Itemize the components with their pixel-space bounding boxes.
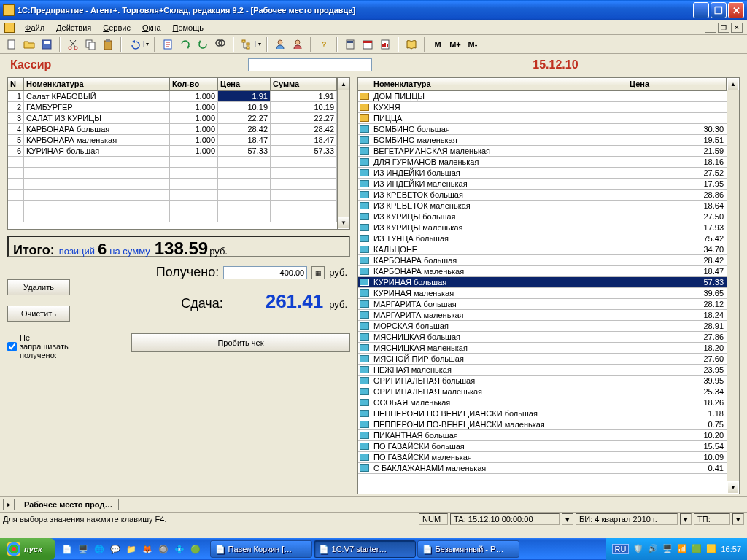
catalog-row[interactable]: ОРИГИНАЛЬНАЯ большая39.95 <box>358 376 727 386</box>
cart-row[interactable]: 6КУРИНАЯ большая1.00057.3357.33 <box>8 146 337 157</box>
menu-windows[interactable]: Окна <box>138 23 166 33</box>
tree-dropdown[interactable]: ▾ <box>255 41 263 47</box>
cut-icon[interactable] <box>65 36 81 52</box>
catalog-row[interactable]: ИЗ КРЕВЕТОК большая28.86 <box>358 190 727 201</box>
tray-icon[interactable]: 📶 <box>677 544 687 554</box>
catalog-row[interactable]: ИЗ ИНДЕЙКИ большая27.52 <box>358 168 727 179</box>
catalog-row[interactable]: МАРГАРИТА маленькая18.24 <box>358 310 727 321</box>
lang-indicator[interactable]: RU <box>612 544 630 554</box>
catalog-row[interactable]: ДОМ ПИЦЦЫ <box>358 91 727 102</box>
catalog-row[interactable]: НЕЖНАЯ маленькая23.95 <box>358 365 727 376</box>
cat-scroll-up-icon[interactable]: ▲ <box>727 78 739 90</box>
catalog-row[interactable]: ОРИГИНАЛЬНАЯ маленькая25.34 <box>358 386 727 397</box>
tray-icon[interactable]: 🟨 <box>706 544 716 554</box>
clock[interactable]: 16:57 <box>721 545 741 553</box>
ql-icon[interactable]: 📄 <box>60 541 74 557</box>
cart-row[interactable]: 5КАРБОНАРА маленькая1.00018.4718.47 <box>8 135 337 146</box>
delete-button[interactable]: Удалить <box>7 279 70 295</box>
book-icon[interactable] <box>403 36 419 52</box>
catalog-row[interactable]: МЯСНИЦКАЯ большая27.86 <box>358 332 727 343</box>
ql-icon[interactable]: 🦊 <box>140 541 155 557</box>
col-qty[interactable]: Кол-во <box>170 78 218 90</box>
catalog-row[interactable]: КУРИНАЯ большая57.33 <box>358 277 727 288</box>
catalog-row[interactable]: ИЗ КУРИЦЫ маленькая17.93 <box>358 222 727 233</box>
received-input[interactable] <box>223 266 307 279</box>
catalog-row[interactable]: КУХНЯ <box>358 102 727 113</box>
find-icon[interactable] <box>212 36 228 52</box>
catalog-row[interactable]: С БАКЛАЖАНАМИ маленькая0.41 <box>358 463 727 474</box>
calc-icon[interactable] <box>342 36 358 52</box>
menu-actions[interactable]: Действия <box>52 23 96 33</box>
status-ta-btn[interactable]: ▾ <box>562 513 573 525</box>
person1-icon[interactable] <box>272 36 288 52</box>
menu-file[interactable]: Файл <box>20 23 49 33</box>
scroll-down-icon[interactable]: ▼ <box>338 217 349 229</box>
catalog-row[interactable]: КАРБОНАРА большая28.42 <box>358 255 727 266</box>
catalog-row[interactable]: ИЗ ТУНЦА большая75.42 <box>358 233 727 244</box>
col-price[interactable]: Цена <box>218 78 271 90</box>
menu-service[interactable]: Сервис <box>98 23 135 33</box>
taskbar-task[interactable]: 📄Безымянный - P… <box>417 540 519 558</box>
clear-button[interactable]: Очистить <box>7 306 70 322</box>
catalog-row[interactable]: ИЗ КУРИЦЫ большая27.50 <box>358 211 727 222</box>
ql-icon[interactable]: 🟢 <box>188 541 203 557</box>
taskbar-task[interactable]: 📄Павел Коркин [… <box>210 540 312 558</box>
minimize-button[interactable]: _ <box>693 2 709 18</box>
catalog-scrollbar[interactable]: ▲ ▼ <box>727 78 739 494</box>
catalog-row[interactable]: МОРСКАЯ большая28.91 <box>358 321 727 332</box>
scroll-up-icon[interactable]: ▲ <box>338 78 349 90</box>
status-bi-btn[interactable]: ▾ <box>680 513 692 525</box>
calendar-icon[interactable] <box>360 36 376 52</box>
status-tp-btn[interactable]: ▾ <box>732 513 744 525</box>
report-icon[interactable] <box>377 36 393 52</box>
catalog-row[interactable]: МЯСНИЦКАЯ маленькая18.20 <box>358 343 727 354</box>
cart-scrollbar[interactable]: ▲ ▼ <box>337 78 349 229</box>
catalog-row[interactable]: БОМБИНО большая30.30 <box>358 124 727 135</box>
catalog-row[interactable]: МЯСНОЙ ПИР большая27.60 <box>358 354 727 365</box>
catalog-row[interactable]: ПО ГАВАЙСКИ маленькая10.09 <box>358 452 727 463</box>
catalog-row[interactable]: КАРБОНАРА маленькая18.47 <box>358 266 727 277</box>
calculator-icon[interactable]: ▦ <box>311 266 325 279</box>
mdi-minimize-button[interactable]: _ <box>705 23 716 33</box>
open-icon[interactable] <box>21 36 37 52</box>
catalog-row[interactable]: КУРИНАЯ маленькая39.65 <box>358 288 727 299</box>
copy-icon[interactable] <box>82 36 98 52</box>
catalog-row[interactable]: ОСОБАЯ маленькая18.26 <box>358 397 727 408</box>
catalog-row[interactable]: КАЛЬЦОНЕ34.70 <box>358 244 727 255</box>
mem-mplus[interactable]: M+ <box>447 36 463 52</box>
catalog-row[interactable]: ПИКАНТНАЯ большая10.20 <box>358 430 727 441</box>
ql-icon[interactable]: 🔘 <box>156 541 171 557</box>
tray-icon[interactable]: 🖥️ <box>662 544 673 554</box>
start-button[interactable]: пуск <box>0 538 55 560</box>
ql-icon[interactable]: 📁 <box>124 541 139 557</box>
cat-scroll-down-icon[interactable]: ▼ <box>727 481 739 494</box>
catalog-row[interactable]: ПЕППЕРОНИ ПО ВЕНИЦИАНСКИ большая1.18 <box>358 408 727 419</box>
catalog-grid[interactable]: Номенклатура Цена ДОМ ПИЦЦЫКУХНЯПИЦЦАБОМ… <box>357 77 740 494</box>
catalog-row[interactable]: ПИЦЦА <box>358 113 727 124</box>
new-icon[interactable] <box>4 36 20 52</box>
receipt-button[interactable]: Пробить чек <box>131 333 350 352</box>
catalog-row[interactable]: ПЕППЕРОНИ ПО-ВЕНЕЦИАНСКИ маленькая0.75 <box>358 419 727 430</box>
ql-icon[interactable]: 🖥️ <box>76 541 90 557</box>
col-n[interactable]: N <box>8 78 24 90</box>
catalog-row[interactable]: ВЕГЕТАРИАНСКАЯ маленькая21.59 <box>358 146 727 157</box>
undo-dropdown[interactable]: ▾ <box>143 41 150 47</box>
refresh2-icon[interactable] <box>195 36 211 52</box>
maximize-button[interactable]: ❐ <box>711 2 727 18</box>
undo-icon[interactable] <box>126 36 142 52</box>
paste-icon[interactable] <box>100 36 116 52</box>
cart-row[interactable]: 3САЛАТ ИЗ КУРИЦЫ1.00022.2722.27 <box>8 113 337 124</box>
ask-checkbox[interactable]: Не запрашивать получено: <box>7 333 78 359</box>
tab-list-button[interactable]: ▸ <box>3 499 15 510</box>
tab-workplace[interactable]: Рабочее место прод… <box>18 499 119 510</box>
ql-icon[interactable]: 💬 <box>108 541 123 557</box>
tray-icon[interactable]: 🟩 <box>692 544 702 554</box>
mem-m[interactable]: M <box>430 36 446 52</box>
cart-row[interactable]: 2ГАМБУРГЕР1.00010.1910.19 <box>8 102 337 113</box>
col-nomenclature[interactable]: Номенклатура <box>24 78 170 90</box>
wizard-icon[interactable] <box>160 36 176 52</box>
mdi-restore-button[interactable]: ❐ <box>718 23 729 33</box>
mem-mminus[interactable]: M- <box>465 36 481 52</box>
mdi-close-button[interactable]: ✕ <box>731 23 743 33</box>
cart-row[interactable]: 1Салат КРАБОВЫЙ1.0001.911.91 <box>8 91 337 102</box>
